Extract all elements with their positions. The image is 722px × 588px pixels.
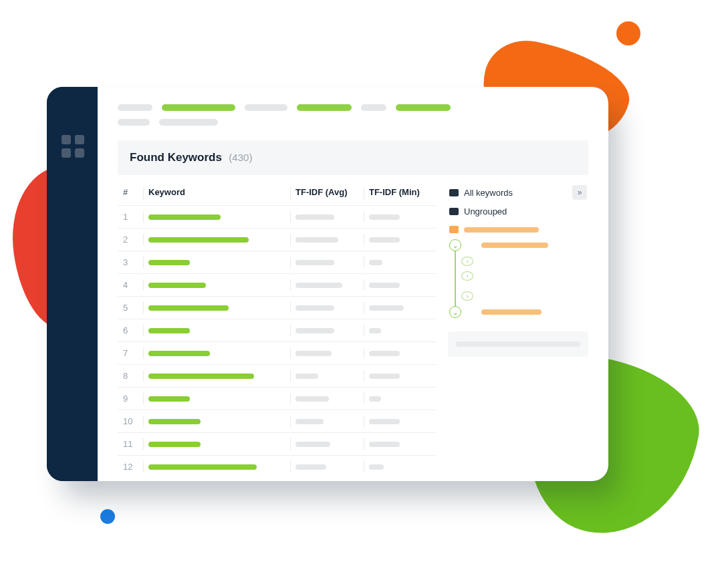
col-keyword[interactable]: Keyword: [143, 182, 290, 206]
group-subitem[interactable]: ›: [461, 269, 588, 283]
row-index: 8: [118, 365, 143, 388]
row-index: 7: [118, 342, 143, 365]
table-row[interactable]: 1: [118, 206, 436, 229]
cell-tfidf-avg: [290, 388, 364, 410]
chevron-right-icon[interactable]: ›: [461, 291, 473, 301]
cell-keyword: [143, 206, 290, 229]
cell-tfidf-min: [364, 319, 436, 342]
cell-tfidf-min: [364, 274, 436, 297]
crumb-segment[interactable]: [118, 119, 150, 126]
decor-dot-orange: [616, 21, 640, 45]
cell-tfidf-avg: [290, 297, 364, 319]
cell-tfidf-min: [364, 251, 436, 274]
cell-tfidf-min: [364, 410, 436, 433]
cell-tfidf-min: [364, 433, 436, 456]
table-row[interactable]: 8: [118, 365, 436, 388]
row-index: 4: [118, 274, 143, 297]
apps-grid-icon[interactable]: [62, 135, 84, 158]
row-index: 5: [118, 297, 143, 319]
row-index: 1: [118, 206, 143, 229]
table-row[interactable]: 10: [118, 410, 436, 433]
row-index: 9: [118, 388, 143, 410]
section-header: Found Keywords (430): [118, 140, 588, 175]
cell-keyword: [143, 319, 290, 342]
groups-panel: All keywords » Ungrouped ⌄›››⌄: [448, 182, 588, 478]
table-row[interactable]: 3: [118, 251, 436, 274]
chevron-down-icon[interactable]: ⌄: [449, 306, 461, 318]
row-index: 6: [118, 319, 143, 342]
group-subitem[interactable]: [461, 283, 588, 289]
col-tfidf-avg[interactable]: TF-IDF (Avg): [290, 182, 364, 206]
breadcrumb: [118, 104, 588, 126]
row-index: 2: [118, 229, 143, 251]
cell-tfidf-min: [364, 229, 436, 251]
col-index[interactable]: #: [118, 182, 143, 206]
section-title: Found Keywords: [130, 151, 222, 164]
cell-tfidf-min: [364, 365, 436, 388]
row-index: 10: [118, 410, 143, 433]
chevron-right-icon[interactable]: ›: [461, 257, 473, 266]
folder-icon: [449, 189, 459, 196]
cell-keyword: [143, 342, 290, 365]
placeholder-bar: [456, 341, 580, 347]
cell-tfidf-avg: [290, 319, 364, 342]
cell-keyword: [143, 297, 290, 319]
group-item[interactable]: ⌄: [449, 237, 588, 254]
cell-keyword: [143, 388, 290, 410]
group-item[interactable]: ⌄: [449, 303, 588, 321]
group-subitem[interactable]: ›: [461, 254, 588, 269]
row-index: 11: [118, 433, 143, 456]
cell-keyword: [143, 365, 290, 388]
crumb-segment[interactable]: [245, 104, 287, 111]
cell-tfidf-avg: [290, 251, 364, 274]
groups-tree: ⌄›››⌄: [449, 223, 588, 321]
crumb-segment[interactable]: [159, 119, 218, 126]
section-count: (430): [229, 152, 252, 163]
cell-keyword: [143, 410, 290, 433]
crumb-segment[interactable]: [162, 104, 235, 111]
table-row[interactable]: 4: [118, 274, 436, 297]
group-item[interactable]: [449, 223, 588, 237]
table-row[interactable]: 2: [118, 229, 436, 251]
cell-tfidf-min: [364, 388, 436, 410]
group-all-label: All keywords: [464, 188, 513, 198]
app-frame: Found Keywords (430) # Keyword TF-IDF (A…: [47, 87, 608, 481]
cell-keyword: [143, 251, 290, 274]
cell-tfidf-avg: [290, 229, 364, 251]
collapse-panel-icon[interactable]: »: [572, 185, 587, 200]
folder-icon: [449, 226, 459, 233]
cell-keyword: [143, 229, 290, 251]
folder-icon: [449, 208, 459, 215]
chevron-down-icon[interactable]: ⌄: [449, 239, 461, 251]
cell-keyword: [143, 456, 290, 478]
crumb-segment[interactable]: [361, 104, 386, 111]
group-label: [481, 243, 548, 248]
row-index: 3: [118, 251, 143, 274]
cell-tfidf-avg: [290, 342, 364, 365]
groups-footer-input[interactable]: [448, 331, 588, 357]
crumb-segment[interactable]: [396, 104, 451, 111]
chevron-right-icon[interactable]: ›: [461, 271, 473, 281]
table-row[interactable]: 11: [118, 433, 436, 456]
crumb-segment[interactable]: [118, 104, 152, 111]
cell-tfidf-min: [364, 342, 436, 365]
table-row[interactable]: 5: [118, 297, 436, 319]
cell-tfidf-avg: [290, 410, 364, 433]
table-row[interactable]: 6: [118, 319, 436, 342]
group-ungrouped[interactable]: Ungrouped: [448, 203, 588, 220]
cell-keyword: [143, 274, 290, 297]
cell-tfidf-avg: [290, 206, 364, 229]
sidebar: [47, 87, 98, 481]
cell-keyword: [143, 433, 290, 456]
decor-dot-blue: [100, 509, 115, 524]
col-tfidf-min[interactable]: TF-IDF (Min): [364, 182, 436, 206]
table-row[interactable]: 12: [118, 456, 436, 478]
crumb-segment[interactable]: [297, 104, 352, 111]
keywords-table: # Keyword TF-IDF (Avg) TF-IDF (Min) 1234…: [118, 182, 436, 478]
group-all[interactable]: All keywords »: [448, 182, 588, 203]
group-subitem[interactable]: ›: [461, 289, 588, 303]
table-row[interactable]: 9: [118, 388, 436, 410]
cell-tfidf-avg: [290, 456, 364, 478]
row-index: 12: [118, 456, 143, 478]
table-row[interactable]: 7: [118, 342, 436, 365]
